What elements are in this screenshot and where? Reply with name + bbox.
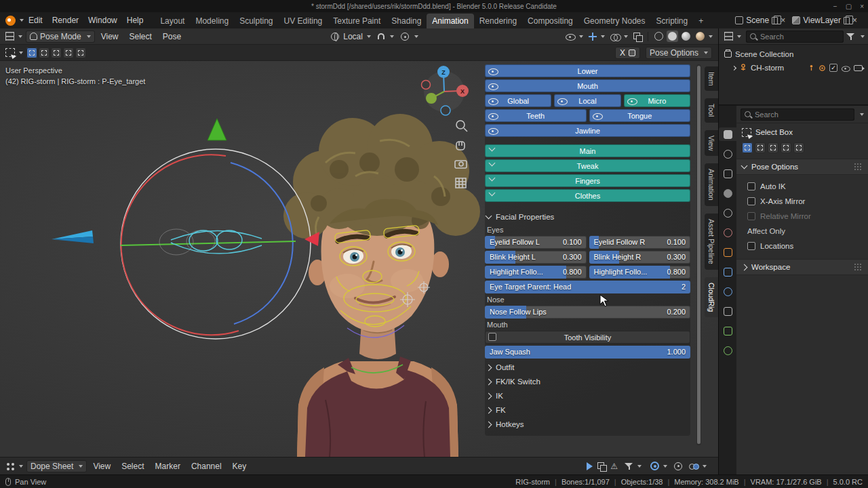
panel-grip-icon[interactable]: [854, 163, 863, 171]
properties-tab-tool[interactable]: [719, 127, 736, 141]
slider-nose-follow-lips[interactable]: Nose Follow Lips0.200: [485, 306, 690, 319]
shading-wireframe-button[interactable]: [652, 30, 665, 43]
checkbox-icon[interactable]: [747, 182, 755, 190]
properties-tab-view-layer[interactable]: [719, 186, 736, 200]
hotkeys-panel-header[interactable]: Hotkeys: [485, 418, 690, 431]
slider-highlight-follow-r[interactable]: Highlight Follo...0.800: [589, 266, 691, 279]
slider-eyelid-follow-l[interactable]: Eyelid Follow L0.100: [485, 236, 587, 249]
eye-target-rig-controls[interactable]: [52, 119, 319, 339]
proportional-editing-toggle[interactable]: [397, 30, 420, 43]
properties-search[interactable]: [741, 108, 854, 121]
properties-tab-render[interactable]: [719, 147, 736, 161]
properties-tab-world[interactable]: [719, 226, 736, 239]
zoom-icon[interactable]: [456, 121, 467, 131]
outliner-row-scene-collection[interactable]: Scene Collection: [722, 47, 865, 61]
slider-highlight-follow-l[interactable]: Highlight Follo...0.800: [485, 266, 587, 279]
properties-search-input[interactable]: [755, 110, 851, 119]
rig-group-tweak-button[interactable]: Tweak: [485, 159, 690, 172]
menu-window[interactable]: Window: [83, 12, 122, 28]
eye-icon[interactable]: [557, 96, 567, 105]
shading-material-button[interactable]: [679, 30, 692, 43]
checkbox-icon[interactable]: [747, 242, 755, 250]
maximize-icon[interactable]: ▢: [846, 3, 852, 10]
select-mode-new-button[interactable]: [26, 47, 37, 58]
overlays-toggle[interactable]: [608, 30, 630, 43]
properties-tab-scene[interactable]: [719, 206, 736, 220]
menu-edit[interactable]: Edit: [24, 12, 47, 28]
workspace-tab-scripting[interactable]: Scripting: [650, 14, 693, 28]
slider-blink-height-r[interactable]: Blink Height R0.300: [589, 251, 691, 264]
menu-ds-key[interactable]: Key: [228, 462, 252, 471]
select-mode-intersect-button[interactable]: [75, 47, 86, 58]
select-mode-intersect-button[interactable]: [793, 142, 804, 153]
rig-layer-teeth-button[interactable]: Teeth: [485, 109, 587, 122]
locations-checkbox-row[interactable]: Locations: [736, 239, 868, 253]
outfit-panel-header[interactable]: Outfit: [485, 361, 690, 374]
exclude-checkbox[interactable]: [829, 64, 837, 72]
outliner-filter-icon[interactable]: [846, 32, 855, 41]
slider-eye-target-parent[interactable]: Eye Target Parent: Head2: [485, 281, 690, 293]
select-mode-extend-button[interactable]: [39, 47, 50, 58]
head-aim-control[interactable]: [208, 119, 226, 140]
sidebar-tab-view[interactable]: View: [705, 130, 718, 157]
properties-options-caret-icon[interactable]: [860, 113, 864, 116]
sidebar-tab-asset-pipeline[interactable]: Asset Pipeline: [705, 214, 718, 270]
rig-layer-lower-button[interactable]: Lower: [485, 64, 690, 77]
dope-sheet-mode-dropdown[interactable]: Dope Sheet: [26, 460, 87, 472]
workspace-tab-shading[interactable]: Shading: [386, 14, 427, 28]
close-icon[interactable]: ×: [860, 3, 864, 10]
rig-layer-local-button[interactable]: Local: [554, 94, 620, 107]
properties-tab-constraints[interactable]: [719, 304, 736, 318]
properties-tab-physics[interactable]: [719, 285, 736, 298]
sidebar-tab-tool[interactable]: Tool: [705, 98, 718, 122]
mirror-x-toggle[interactable]: X: [615, 47, 640, 59]
slider-jaw-squash[interactable]: Jaw Squash1.000: [485, 346, 690, 359]
rig-layer-mouth-button[interactable]: Mouth: [485, 79, 690, 92]
workspace-tab-modeling[interactable]: Modeling: [190, 14, 234, 28]
workspace-tab-rendering[interactable]: Rendering: [474, 14, 522, 28]
properties-tab-output[interactable]: [719, 167, 736, 180]
slider-eyelid-follow-r[interactable]: Eyelid Follow R0.100: [589, 236, 691, 249]
add-workspace-button[interactable]: +: [693, 14, 709, 28]
menu-render[interactable]: Render: [47, 12, 83, 28]
proportional-edit-keys-icon[interactable]: [674, 462, 682, 470]
rig-layer-tongue-button[interactable]: Tongue: [589, 109, 691, 122]
visibility-dropdown[interactable]: [564, 30, 585, 43]
shading-rendered-button[interactable]: [694, 30, 715, 43]
workspace-tab-compositing[interactable]: Compositing: [522, 14, 578, 28]
keying-dropdown[interactable]: [687, 460, 709, 473]
remove-view-layer-icon[interactable]: [852, 16, 857, 25]
slider-blink-height-l[interactable]: Blink Height L0.300: [485, 251, 587, 264]
show-errors-icon[interactable]: [610, 462, 618, 471]
rig-layer-global-button[interactable]: Global: [485, 94, 551, 107]
new-scene-icon[interactable]: [772, 17, 778, 24]
outliner-search-input[interactable]: [760, 33, 840, 41]
hide-in-viewport-eye-icon[interactable]: [842, 64, 850, 71]
eye-icon[interactable]: [488, 126, 498, 135]
facial-properties-panel-header[interactable]: Facial Properties: [485, 210, 690, 224]
editor-type-3d-viewport-icon[interactable]: [3, 30, 24, 43]
rig-group-main-button[interactable]: Main: [485, 144, 690, 157]
x-axis-mirror-checkbox-row[interactable]: X-Axis Mirror: [736, 194, 868, 209]
xray-toggle[interactable]: [631, 30, 644, 43]
sidebar-tab-item[interactable]: Item: [705, 66, 718, 91]
select-mode-invert-button[interactable]: [781, 142, 791, 153]
unlink-scene-icon[interactable]: [781, 16, 785, 25]
pose-options-dropdown[interactable]: Pose Options: [646, 47, 712, 59]
menu-pose[interactable]: Pose: [158, 32, 186, 41]
ik-panel-header[interactable]: IK: [485, 389, 690, 403]
viewport-canvas[interactable]: Z X User Perspective: [0, 61, 718, 457]
outliner-options-caret-icon[interactable]: [861, 35, 865, 38]
eye-icon[interactable]: [488, 66, 498, 75]
select-mode-subtract-button[interactable]: [768, 142, 778, 153]
shading-solid-button[interactable]: [667, 30, 678, 42]
menu-ds-view[interactable]: View: [88, 462, 115, 471]
eye-icon[interactable]: [488, 96, 498, 105]
editor-type-outliner-icon[interactable]: [722, 30, 743, 43]
rig-layer-micro-button[interactable]: Micro: [624, 94, 690, 107]
checkbox-icon[interactable]: [488, 333, 496, 341]
select-mode-new-button[interactable]: [742, 142, 753, 153]
eye-icon[interactable]: [627, 96, 637, 105]
disclosure-triangle-icon[interactable]: [732, 65, 736, 70]
sidebar-scrollbar[interactable]: [696, 64, 701, 445]
